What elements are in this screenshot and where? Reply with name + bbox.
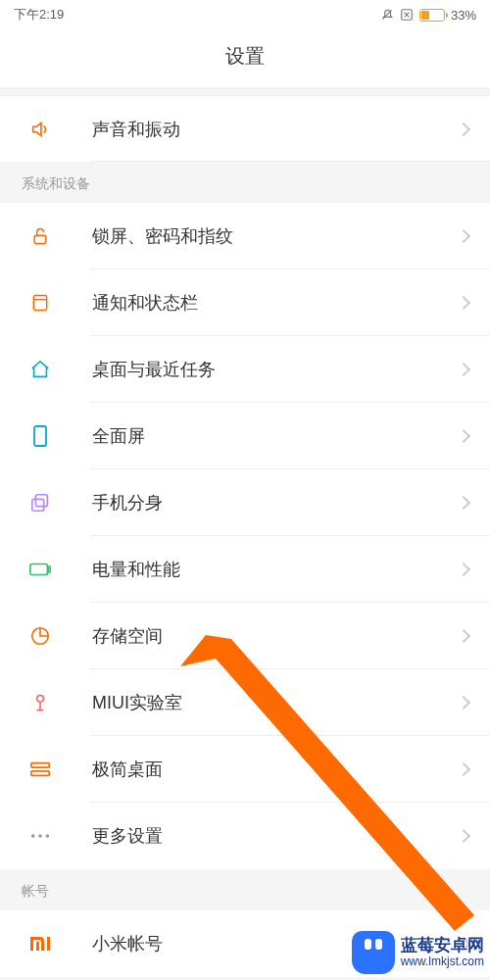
svg-rect-8 (35, 495, 47, 507)
fullscreen-icon (27, 424, 53, 448)
svg-rect-7 (34, 426, 46, 446)
chevron-right-icon (457, 363, 470, 376)
section-header-system: 系统和设备 (0, 162, 490, 203)
row-second-space[interactable]: 手机分身 (0, 469, 490, 536)
chevron-right-icon (457, 229, 470, 243)
svg-rect-14 (31, 763, 49, 768)
chevron-right-icon (457, 937, 470, 951)
svg-point-17 (38, 834, 42, 838)
mute-icon (380, 8, 394, 22)
notification-bar-icon (27, 292, 53, 314)
page-title: 设置 (0, 29, 490, 87)
second-space-icon (27, 492, 53, 514)
section-account: 小米帐号 (0, 910, 490, 977)
chevron-right-icon (457, 629, 470, 643)
section-header-account: 帐号 (0, 869, 490, 910)
svg-rect-9 (32, 499, 44, 511)
row-label: 更多设置 (92, 824, 459, 848)
chevron-right-icon (457, 496, 470, 510)
status-time: 下午2:19 (14, 6, 64, 24)
row-label: 锁屏、密码和指纹 (92, 224, 459, 248)
storage-icon (27, 625, 53, 647)
simple-home-icon (27, 760, 53, 778)
battery-performance-icon (27, 561, 53, 578)
home-icon (27, 359, 53, 380)
svg-rect-11 (48, 566, 50, 572)
chevron-right-icon (457, 429, 470, 443)
chevron-right-icon (457, 696, 470, 710)
chevron-right-icon (457, 563, 470, 576)
row-label: 手机分身 (92, 491, 459, 514)
row-miui-lab[interactable]: MIUI实验室 (0, 669, 490, 736)
row-mi-account[interactable]: 小米帐号 (0, 910, 490, 977)
chevron-right-icon (457, 296, 470, 310)
chevron-right-icon (457, 122, 470, 135)
row-home-recents[interactable]: 桌面与最近任务 (0, 336, 490, 403)
row-lockscreen[interactable]: 锁屏、密码和指纹 (0, 203, 490, 270)
row-fullscreen[interactable]: 全面屏 (0, 403, 490, 469)
battery-percent: 33% (451, 8, 476, 23)
svg-rect-4 (34, 235, 46, 243)
sound-icon (27, 119, 53, 140)
section-system: 锁屏、密码和指纹 通知和状态栏 桌面与最近任务 全面屏 手机分身 电量和性能 (0, 203, 490, 869)
svg-point-16 (31, 834, 35, 838)
svg-point-13 (37, 696, 44, 703)
row-label: MIUI实验室 (92, 691, 459, 714)
battery-icon (419, 9, 445, 22)
close-box-icon (400, 8, 414, 22)
row-label: 电量和性能 (92, 558, 459, 581)
row-sound-vibration[interactable]: 声音和振动 (0, 95, 490, 162)
row-label: 存储空间 (92, 624, 459, 648)
lock-icon (27, 225, 53, 247)
row-label: 通知和状态栏 (92, 291, 459, 315)
svg-point-18 (46, 834, 50, 838)
row-simple-home[interactable]: 极简桌面 (0, 736, 490, 803)
row-label: 声音和振动 (92, 118, 459, 141)
row-label: 小米帐号 (92, 932, 459, 956)
svg-rect-15 (31, 771, 49, 776)
status-bar: 下午2:19 33% (0, 0, 490, 29)
row-storage[interactable]: 存储空间 (0, 603, 490, 669)
chevron-right-icon (457, 829, 470, 843)
mi-logo-icon (27, 935, 53, 953)
row-label: 桌面与最近任务 (92, 358, 459, 381)
row-notification[interactable]: 通知和状态栏 (0, 270, 490, 336)
row-battery-performance[interactable]: 电量和性能 (0, 536, 490, 603)
chevron-right-icon (457, 762, 470, 776)
row-label: 极简桌面 (92, 758, 459, 781)
row-more-settings[interactable]: 更多设置 (0, 803, 490, 869)
status-indicators: 33% (380, 8, 476, 23)
svg-rect-10 (30, 564, 48, 574)
lab-icon (27, 691, 53, 714)
row-label: 全面屏 (92, 424, 459, 448)
svg-rect-5 (33, 296, 46, 311)
more-icon (27, 832, 53, 840)
